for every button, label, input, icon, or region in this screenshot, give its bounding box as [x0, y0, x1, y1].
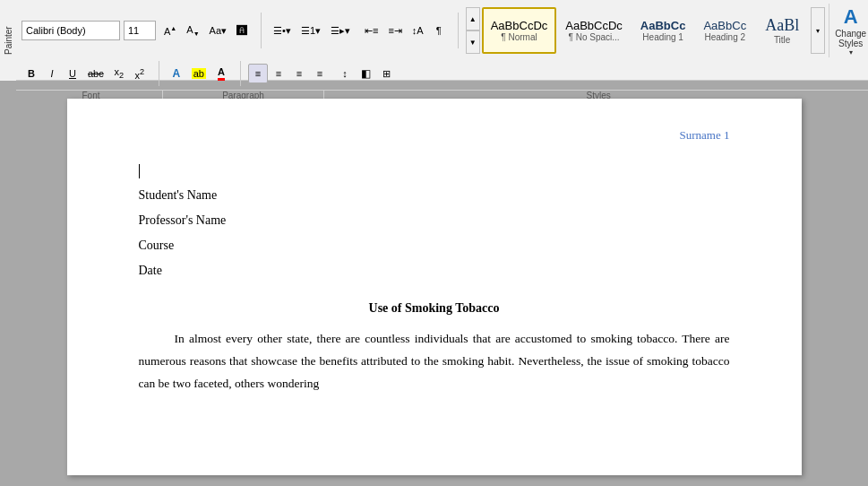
style-h2-label: Heading 2 [704, 32, 745, 42]
style-nospace-label: ¶ No Spaci... [569, 32, 620, 42]
indent-decrease-btn[interactable]: ⇤≡ [360, 21, 382, 40]
numbering-btn[interactable]: ☰1▾ [296, 21, 325, 40]
date-line: Date [139, 258, 730, 283]
course-line: Course [139, 233, 730, 258]
style-no-spacing[interactable]: AaBbCcDc ¶ No Spaci... [556, 7, 632, 54]
show-paragraph-btn[interactable]: ¶ [429, 21, 449, 40]
indent-increase-btn[interactable]: ≡⇥ [383, 21, 406, 40]
format-painter-button[interactable]: Painter [0, 0, 16, 81]
divider2 [458, 13, 459, 48]
change-case-btn[interactable]: Aa▾ [205, 21, 231, 40]
header-surname: Surname 1 [680, 128, 730, 142]
indent-group: ⇤≡ ≡⇥ ↕A ¶ [360, 21, 449, 40]
align-right-button[interactable]: ≡ [289, 64, 309, 83]
text-effects-button[interactable]: A [167, 64, 186, 83]
toolbar-row2: B I U abc x2 x2 [16, 59, 868, 90]
alignment-group: ≡ ≡ ≡ ≡ [248, 64, 330, 83]
text-decoration-group: A ab A [167, 64, 231, 83]
professor-name-line: Professor's Name [139, 208, 730, 233]
divider4 [240, 61, 241, 86]
document-title: Use of Smoking Tobacco [139, 298, 730, 319]
main-area: Surname 1 Student's Name Professor's Nam… [0, 81, 868, 486]
underline-button[interactable]: U [63, 64, 82, 83]
change-styles-button[interactable]: A ChangeStyles ▾ [829, 4, 868, 57]
justify-button[interactable]: ≡ [310, 64, 330, 83]
styles-section: ▲ ▼ AaBbCcDc ¶ Normal AaBbCcDc ¶ No Spac… [466, 7, 825, 54]
italic-button[interactable]: I [42, 64, 62, 83]
style-nospace-preview: AaBbCcDc [565, 19, 623, 32]
shading-button[interactable]: ◧ [356, 64, 375, 83]
style-h1-preview: AaBbCc [640, 19, 686, 32]
multilevel-list-btn[interactable]: ☰▸▾ [326, 21, 355, 40]
painter-label: Painter [4, 26, 13, 55]
divider1 [261, 13, 262, 48]
font-size-increase-btn[interactable]: A▲ [159, 21, 181, 40]
style-title[interactable]: AaBl Title [755, 7, 809, 54]
font-family-input[interactable] [21, 21, 120, 40]
change-styles-arrow: ▾ [849, 48, 853, 56]
superscript-button[interactable]: x2 [130, 64, 150, 83]
change-styles-label: ChangeStyles [835, 29, 866, 48]
style-h2-preview: AaBbCc [703, 19, 746, 32]
clear-formatting-btn[interactable]: 🅰 [232, 21, 252, 40]
style-normal-preview: AaBbCcDc [491, 19, 548, 32]
style-heading2[interactable]: AaBbCc Heading 2 [694, 7, 755, 54]
style-title-label: Title [774, 35, 791, 45]
font-size-input[interactable] [124, 21, 156, 40]
borders-button[interactable]: ⊞ [376, 64, 396, 83]
style-normal[interactable]: AaBbCcDc ¶ Normal [482, 7, 557, 54]
student-name-line: Student's Name [139, 183, 730, 208]
styles-scroll-up[interactable]: ▲ [466, 7, 480, 30]
style-heading1[interactable]: AaBbCc Heading 1 [632, 7, 695, 54]
highlight-color-button[interactable]: ab [187, 64, 211, 83]
cursor-line [139, 163, 730, 179]
style-h1-label: Heading 1 [642, 32, 683, 42]
style-title-preview: AaBl [765, 16, 799, 35]
subscript-button[interactable]: x2 [109, 64, 129, 83]
toolbar-row1: A▲ A▼ Aa▾ 🅰 ☰•▾ ☰1▾ ☰▸▾ ⇤≡ ≡⇥ ↕A ¶ [16, 0, 868, 59]
align-center-button[interactable]: ≡ [269, 64, 288, 83]
change-styles-icon: A [844, 5, 858, 29]
sort-btn[interactable]: ↕A [408, 21, 428, 40]
divider3 [159, 61, 159, 86]
font-size-decrease-btn[interactable]: A▼ [182, 21, 203, 40]
bold-button[interactable]: B [21, 64, 41, 83]
document-page[interactable]: Surname 1 Student's Name Professor's Nam… [67, 99, 802, 475]
font-color-button[interactable]: A [211, 64, 231, 83]
list-group: ☰•▾ ☰1▾ ☰▸▾ [269, 21, 355, 40]
page-header: Surname 1 [139, 126, 730, 145]
bullets-btn[interactable]: ☰•▾ [269, 21, 296, 40]
document-paragraph1: In almost every other state, there are c… [139, 328, 730, 395]
text-cursor [139, 164, 140, 178]
strikethrough-button[interactable]: abc [83, 64, 108, 83]
style-normal-label: ¶ Normal [501, 32, 537, 42]
line-spacing-button[interactable]: ↕ [335, 64, 355, 83]
align-left-button[interactable]: ≡ [248, 64, 268, 83]
styles-scroll-down[interactable]: ▼ [466, 30, 480, 54]
spacing-group: ↕ ◧ ⊞ [335, 64, 396, 83]
toolbar: Painter A▲ A▼ Aa▾ 🅰 ☰•▾ ☰1▾ [0, 0, 868, 81]
styles-expand-btn[interactable]: ▾ [811, 7, 825, 54]
font-format-group: B I U abc x2 x2 [21, 64, 150, 83]
font-size-group: A▲ A▼ Aa▾ 🅰 [159, 21, 252, 40]
